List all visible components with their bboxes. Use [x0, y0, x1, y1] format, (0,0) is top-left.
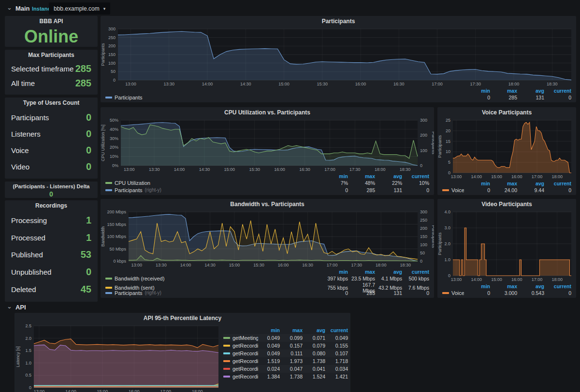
svg-text:40%: 40%	[110, 127, 118, 132]
svg-text:250: 250	[420, 218, 427, 223]
svg-text:18:00: 18:00	[375, 167, 386, 172]
legend-stat-header: current	[403, 269, 430, 275]
svg-text:150: 150	[420, 234, 427, 239]
svg-text:0: 0	[420, 163, 422, 168]
svg-text:13:30: 13:30	[156, 263, 167, 267]
svg-text:14:00: 14:00	[471, 174, 482, 179]
legend-stat-value: 0	[403, 187, 430, 193]
svg-text:1.0: 1.0	[444, 257, 450, 262]
series-color-swatch-icon	[223, 376, 230, 378]
legend-series-label[interactable]: getRecordings published	[223, 358, 258, 364]
stat-value: 0	[86, 266, 91, 278]
legend-series-label[interactable]: getMeetings	[223, 335, 258, 341]
bandwidth-chart[interactable]: 0 kbps50 Mbps100 Mbps150 Mbps200 Mbps050…	[101, 210, 434, 268]
svg-text:18:30: 18:30	[400, 167, 411, 172]
legend-stat-value: 0.049	[326, 335, 349, 341]
voice-chart[interactable]: 051015202513:0014:0015:0016:0017:0018:00…	[437, 118, 576, 180]
panel-title[interactable]: Max Participants	[5, 50, 98, 60]
legend-stat-value: 1.524	[304, 374, 326, 379]
legend-row: CPU Utilization7%48%22%10%	[105, 179, 430, 186]
legend-series-label[interactable]: getRecordings processing	[223, 343, 258, 349]
svg-text:300: 300	[108, 27, 116, 31]
stat-label: Selected timeframe	[11, 65, 73, 73]
svg-text:16:00: 16:00	[274, 167, 285, 172]
legend-series-label[interactable]: Voice participants	[442, 187, 464, 193]
participants-legend: minmaxavgcurrentParticipants02851310	[101, 87, 576, 102]
legend-stat-header: avg	[304, 327, 326, 333]
legend-row: Voice participants03.0000.5430	[442, 289, 572, 296]
panel-title[interactable]: Participants	[101, 16, 576, 27]
cpu-chart[interactable]: 0%10%20%30%40%50%010020030013:0013:3014:…	[101, 118, 434, 173]
legend-stat-value: 131	[376, 290, 403, 296]
legend-stat-value: 0.049	[258, 350, 281, 356]
panel-api-latency: API 95-th Percentile Latency 00.51.01.52…	[14, 313, 350, 392]
panel-title[interactable]: BBB API	[5, 16, 98, 27]
legend-series-label[interactable]: getRecordings processed	[223, 350, 258, 356]
legend-series-label[interactable]: CPU Utilization	[105, 180, 322, 186]
svg-text:13:30: 13:30	[149, 167, 160, 172]
legend-stat-header: avg	[376, 269, 403, 275]
legend-header: minmaxavgcurrent	[442, 283, 572, 289]
stat-value: 0	[86, 128, 91, 140]
row-header-api[interactable]: ⌄ API	[7, 304, 26, 311]
legend-series-label[interactable]: Bandwidth (received)	[105, 276, 322, 281]
legend-stat-header: min	[322, 173, 349, 179]
chevron-down-icon: ⌄	[7, 4, 12, 11]
svg-text:250: 250	[108, 35, 116, 40]
svg-text:17:00: 17:00	[327, 263, 338, 267]
panel-title[interactable]: CPU Utilization vs. Participants	[101, 107, 434, 118]
api-latency-chart[interactable]: 00.51.01.52.02.513:0014:0015:0016:0017:0…	[15, 323, 222, 392]
panel-title[interactable]: Video Participants	[437, 199, 576, 210]
svg-text:16:00: 16:00	[129, 389, 140, 392]
legend-stat-value: 24.00	[491, 187, 518, 193]
video-chart[interactable]: 01.02.03.04.013:0014:0015:0016:0017:0018…	[437, 210, 576, 283]
stat-label: Processed	[11, 234, 45, 242]
panel-title[interactable]: Bandwidth vs. Participants	[101, 199, 434, 210]
stat-row: Listeners 0	[11, 128, 91, 140]
panel-title[interactable]: API 95-th Percentile Latency	[14, 313, 350, 323]
svg-text:0 kbps: 0 kbps	[113, 259, 126, 264]
legend-row: Participants(right-y)02851310	[105, 289, 430, 296]
row-header-main[interactable]: ⌄ Main	[7, 5, 30, 12]
svg-text:100: 100	[420, 242, 427, 247]
panel-title[interactable]: Voice Participants	[437, 107, 576, 118]
stat-value: 1	[86, 232, 91, 243]
legend-stat-value: 0	[545, 187, 572, 193]
legend-series-label[interactable]: Participants(right-y)	[105, 187, 322, 193]
panel-title[interactable]: Type of Users Count	[5, 98, 98, 108]
legend-row: Bandwidth (received)397 kbps23.5 Mbps4.1…	[105, 275, 430, 282]
legend-stat-header: current	[545, 181, 572, 186]
svg-text:15:30: 15:30	[253, 263, 264, 267]
legend-stat-header: avg	[376, 173, 403, 179]
legend-series-label[interactable]: getRecordings deleted	[223, 374, 258, 379]
svg-text:17:30: 17:30	[470, 82, 481, 86]
legend-header: minmaxavgcurrent	[442, 180, 572, 186]
legend-series-label[interactable]: Voice participants	[442, 290, 464, 296]
participants-chart[interactable]: 05010015020025030013:0013:3014:0014:3015…	[101, 27, 576, 87]
legend-stat-value: 500 kbps	[403, 276, 430, 281]
legend-stat-value: 10%	[403, 180, 430, 186]
legend-series-label[interactable]: Participants	[105, 95, 464, 100]
legend-row: getRecordings published1.5191.9731.7381.…	[223, 357, 349, 365]
legend-series-label[interactable]: Participants(right-y)	[105, 290, 322, 296]
svg-text:2.0: 2.0	[25, 336, 31, 341]
panel-title[interactable]: Recordings	[5, 200, 98, 211]
panel-title[interactable]: (Participants - Listeners) Delta	[5, 182, 98, 190]
legend-stat-value: 23.5 Mbps	[349, 276, 376, 281]
legend-stat-header: avg	[518, 181, 545, 186]
legend-stat-header: min	[258, 327, 281, 333]
delta-value: 0	[5, 190, 98, 198]
legend-stat-header: min	[464, 283, 491, 289]
legend-stat-value: 48%	[349, 180, 376, 186]
svg-text:15:30: 15:30	[317, 82, 328, 86]
svg-text:0: 0	[448, 170, 450, 175]
legend-stat-value: 0	[322, 290, 349, 296]
instance-dropdown[interactable]: bbb.example.com ▾	[49, 2, 110, 14]
legend-row: Voice participants024.009.440	[442, 186, 572, 194]
svg-text:15:30: 15:30	[249, 167, 260, 172]
svg-text:15: 15	[446, 139, 450, 144]
legend-stat-value: 3.000	[491, 290, 518, 296]
legend-series-label[interactable]: getRecordings unpublished	[223, 366, 258, 372]
svg-text:200: 200	[420, 133, 427, 138]
legend-stat-value: 0.024	[258, 366, 281, 372]
